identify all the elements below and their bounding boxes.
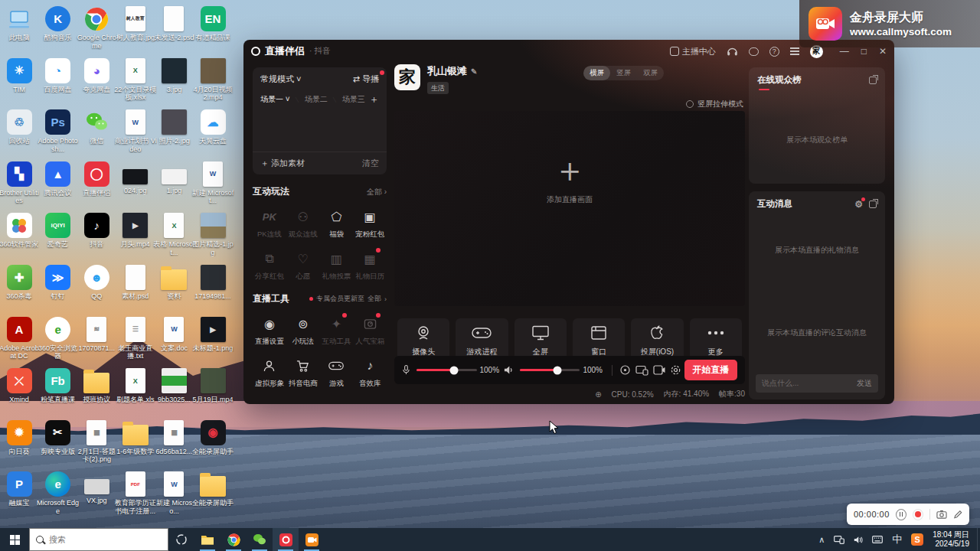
desktop-icon[interactable]: eMicrosoft Edge (37, 471, 80, 515)
tray-sogou-icon[interactable]: S (911, 533, 923, 546)
desktop-icon[interactable]: W新建 Microso... (152, 471, 195, 515)
desktop-icon[interactable]: ▶未标题-1.png (191, 317, 234, 353)
pause-button[interactable] (896, 509, 906, 520)
stretch-mode-toggle[interactable]: 竖屏拉伸模式 (686, 99, 743, 109)
speaker-icon[interactable] (504, 365, 514, 375)
screenshot-icon[interactable] (936, 510, 947, 519)
desktop-icon[interactable]: W商业计划书 Video (114, 109, 157, 153)
popout-icon[interactable] (869, 77, 877, 84)
desktop-icon[interactable]: 4月20日视频2.mp4 (191, 58, 234, 102)
feature-item[interactable]: ⧉分享红包 (253, 249, 286, 282)
tray-chevron-icon[interactable]: ∧ (818, 535, 825, 545)
taskbar-search[interactable]: 搜索 (29, 528, 168, 551)
screen-share-icon[interactable] (634, 365, 651, 376)
camera-icon[interactable] (651, 365, 668, 375)
edit-title-icon[interactable]: ✎ (471, 67, 477, 76)
desktop-icon[interactable]: P融媒宝 (0, 471, 41, 507)
desktop-icon[interactable]: 微信 (75, 109, 118, 145)
help-icon[interactable]: ? (769, 47, 779, 57)
desktop-icon[interactable]: Fb粉笔直播课 (37, 368, 80, 404)
clear-button[interactable]: 清空 (362, 158, 379, 169)
taskbar-cortana[interactable] (168, 528, 194, 551)
desktop-icon[interactable]: ≫钉钉 (37, 265, 80, 301)
zoom-icon[interactable]: ⊕ (595, 390, 601, 399)
feature-item[interactable]: 虚拟形象 (253, 357, 286, 389)
desktop-icon[interactable]: 此电脑 (0, 6, 41, 42)
screen-tab-0[interactable]: 横屏 (583, 66, 610, 80)
desktop-icon[interactable]: 全能录屏助手 (191, 471, 234, 507)
add-material-button[interactable]: ＋ 添加素材 (260, 158, 305, 169)
desktop-icon[interactable]: 360软件管家 (0, 213, 41, 249)
desktop-icon[interactable]: PDF教育部学历证书电子注册... (114, 471, 157, 515)
feature-item[interactable]: ✦互动工具 (320, 315, 354, 347)
add-scene-button[interactable]: ＋ (369, 93, 379, 106)
scene-tab[interactable]: 场景一 ˅ (260, 94, 290, 105)
desktop-icon[interactable]: ◉全能录屏助手 (191, 420, 234, 456)
feature-item[interactable]: ⚇观众连线 (286, 207, 320, 240)
taskbar-wechat[interactable] (247, 528, 273, 551)
send-button[interactable]: 发送 (857, 378, 872, 389)
desktop-icon[interactable]: X22个文目录模板.xlsx (114, 58, 157, 102)
desktop-icon[interactable]: ♲回收站 (0, 109, 41, 145)
maximize-button[interactable]: □ (861, 46, 867, 57)
desktop-icon[interactable]: PsAdobe Photosh... (37, 109, 80, 153)
feature-item[interactable]: ▦礼物日历 (353, 249, 387, 282)
message-input[interactable]: 说点什么... 发送 (756, 374, 878, 393)
desktop-icon[interactable]: ▦2月1日-答题卡(2).png (75, 420, 118, 464)
feature-item[interactable]: ⊚小玩法 (286, 315, 320, 347)
desktop-icon[interactable]: ✚360杀毒 (0, 265, 41, 301)
tray-volume-icon[interactable] (854, 536, 863, 544)
popout-icon[interactable] (869, 201, 877, 208)
mic-icon[interactable] (402, 364, 410, 376)
feature-item[interactable]: ▥礼物投票 (320, 249, 354, 282)
desktop-icon[interactable]: ✹向日葵 (0, 420, 41, 456)
gear-icon[interactable]: ⚙ (854, 200, 863, 209)
settings-icon[interactable] (668, 364, 684, 376)
desktop-icon[interactable]: ☁天翼云盘 (191, 109, 234, 145)
close-button[interactable]: ✕ (879, 46, 887, 57)
desktop-icon[interactable]: ◕夸克网盘 (75, 58, 118, 94)
mode-select[interactable]: 常规模式 ˅ (260, 73, 301, 85)
stop-record-button[interactable] (913, 509, 923, 520)
desktop-icon[interactable]: K酷狗音乐 (37, 6, 80, 42)
desktop-icon[interactable]: ⤫Xmind (0, 368, 41, 404)
desktop-icon[interactable]: X刷题名单.xls (114, 368, 157, 404)
desktop-icon[interactable]: ▚Brother Utilities (0, 161, 41, 205)
tray-ime-icon[interactable]: 中 (892, 533, 902, 546)
desktop-icon[interactable]: AAdobe Acrobat DC (0, 317, 41, 360)
start-live-button[interactable]: 开始直播 (684, 360, 737, 380)
taskbar-explorer[interactable] (194, 528, 220, 551)
desktop-icon[interactable]: iQIYI爱奇艺 (37, 213, 80, 249)
desktop-icon[interactable]: 024.jpg (114, 161, 157, 195)
desktop-icon[interactable]: X表格 Microsoft... (152, 213, 195, 256)
director-button[interactable]: ⇄ 导播 (353, 73, 379, 85)
screen-tab-1[interactable]: 竖屏 (610, 66, 637, 80)
desktop-icon[interactable]: ◯直播伴侣 (75, 161, 118, 197)
desktop-icon[interactable]: W文案.doc (152, 317, 195, 353)
desktop-icon[interactable]: 5月19日.mp4 (191, 368, 234, 404)
desktop-icon[interactable]: ≋17070871... (75, 317, 118, 353)
minimize-button[interactable]: — (840, 46, 849, 57)
desktop-icon[interactable]: 未发送-2.psd (152, 6, 195, 42)
feature-item[interactable]: ♡心愿 (286, 249, 320, 282)
tray-keyboard-icon[interactable] (872, 536, 883, 543)
screen-tab-2[interactable]: 双屏 (637, 66, 664, 80)
desktop-icon[interactable]: 资料 (152, 265, 195, 301)
mic-volume-slider[interactable] (416, 369, 477, 371)
desktop-icon[interactable]: W新建 Microsoft... (191, 161, 234, 205)
taskbar-recorder[interactable] (299, 528, 325, 551)
desktop-icon[interactable]: e360安全浏览器 (37, 317, 80, 360)
feature-item[interactable]: 游戏 (320, 357, 354, 389)
headset-icon[interactable] (727, 46, 738, 57)
desktop-icon[interactable]: VX.jpg (75, 471, 118, 505)
desktop-icon[interactable]: 素材.psd (114, 265, 157, 301)
feedback-icon[interactable] (749, 47, 759, 56)
desktop-icon[interactable]: 照片-2.jpg (152, 109, 195, 145)
desktop-icon[interactable]: ▦6d56ba12... (152, 420, 195, 456)
scene-tab[interactable]: 场景三 (342, 94, 365, 105)
desktop-icon[interactable]: ✳TIM (0, 58, 41, 94)
desktop-icon[interactable]: Google Chrome (75, 6, 118, 50)
preview-area[interactable]: ＋ 添加直播画面 (394, 111, 745, 306)
pen-icon[interactable] (953, 510, 962, 520)
soundcard-icon[interactable] (617, 364, 634, 376)
